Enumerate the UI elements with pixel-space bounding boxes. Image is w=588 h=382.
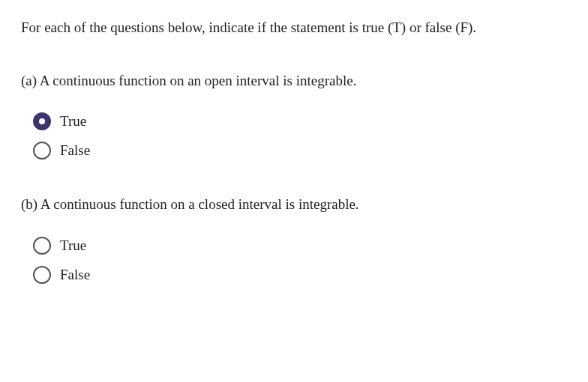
question-a-option-true[interactable]: True [33,112,567,132]
radio-icon [33,112,51,130]
question-a: (a) A continuous function on an open int… [21,71,567,161]
question-a-options: True False [21,112,567,160]
question-a-option-false[interactable]: False [33,141,567,161]
option-label: False [60,265,90,285]
instructions-text: For each of the questions below, indicat… [21,18,567,38]
question-a-text: (a) A continuous function on an open int… [21,71,567,91]
radio-icon [33,266,51,284]
question-b: (b) A continuous function on a closed in… [21,195,567,285]
question-b-text: (b) A continuous function on a closed in… [21,195,567,215]
question-b-options: True False [21,236,567,285]
question-b-option-true[interactable]: True [33,236,567,256]
question-b-option-false[interactable]: False [33,265,567,285]
option-label: True [60,112,86,132]
radio-icon [33,142,51,160]
option-label: True [60,236,86,256]
radio-icon [33,237,51,255]
option-label: False [60,141,90,161]
